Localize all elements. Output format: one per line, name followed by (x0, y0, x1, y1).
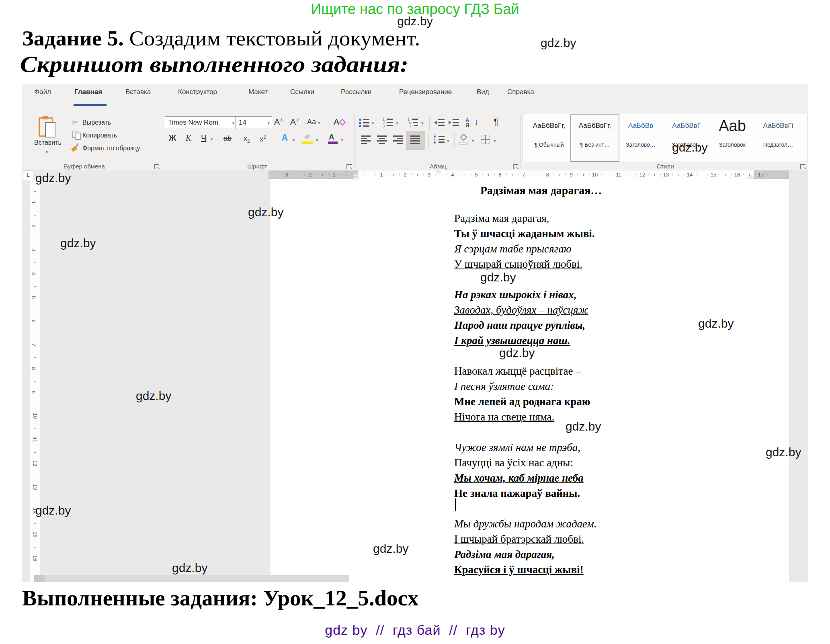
font-color-button[interactable]: А (329, 133, 334, 142)
decrease-indent-icon[interactable] (434, 119, 445, 127)
tab-файл[interactable]: Файл (34, 88, 51, 96)
text-cursor (455, 498, 456, 511)
ruler-tick-icon (488, 174, 489, 176)
format-painter-button[interactable]: Формат по образцу (82, 145, 140, 152)
underline-dropdown-chevron-icon[interactable]: ▾ (211, 137, 213, 142)
style-item[interactable]: АаБбВвГг,¶ Без инт… (572, 117, 617, 148)
change-case-button[interactable]: Аа ▾ (307, 118, 320, 126)
vertical-ruler-number: 15 (32, 531, 38, 537)
shading-chevron-icon[interactable]: ▾ (472, 138, 474, 144)
horizontal-scrollbar[interactable] (34, 575, 349, 582)
watermark-gdzby: gdz.by (766, 445, 801, 459)
borders-chevron-icon[interactable]: ▾ (494, 138, 496, 144)
chevron-down-icon: ▾ (267, 117, 270, 129)
shrink-font-button[interactable]: А∨ (290, 117, 299, 127)
font-dialog-launcher[interactable]: ↘ (346, 164, 352, 169)
font-size-combo[interactable]: 14 ▾ (236, 116, 272, 129)
style-item[interactable]: АаБбВвГг,¶ Обычный (527, 117, 572, 148)
bullet-list-icon[interactable] (359, 118, 370, 127)
multilevel-list-chevron-icon[interactable]: ▾ (421, 121, 424, 126)
copy-button[interactable]: Копировать (82, 132, 117, 139)
italic-button[interactable]: К (186, 133, 191, 143)
font-family-value: Times New Rom (168, 119, 218, 126)
text-highlight-button[interactable] (304, 134, 314, 145)
poem-line: Заводах, будоўлях – наўсцяж (454, 304, 588, 316)
tab-макет[interactable]: Макет (248, 88, 268, 96)
align-center-icon[interactable] (377, 135, 387, 144)
clipboard-dialog-launcher[interactable]: ↘ (154, 164, 159, 169)
tab-вставка[interactable]: Вставка (125, 88, 151, 96)
style-item[interactable]: АаБбВвЗаголово… (618, 117, 663, 148)
tab-рассылки[interactable]: Рассылки (341, 88, 371, 96)
text-effects-chevron-icon[interactable]: ▾ (293, 137, 295, 143)
underline-button[interactable]: Ч (201, 133, 206, 143)
superscript-button[interactable]: x2 (260, 134, 266, 144)
numbered-list-chevron-icon[interactable]: ▾ (396, 121, 398, 126)
align-left-icon[interactable] (361, 135, 371, 144)
subscript-button[interactable]: x2 (244, 134, 250, 144)
tab-selector[interactable]: L (23, 170, 33, 180)
ruler-tick-icon (346, 174, 346, 176)
ruler-dot-icon (387, 174, 388, 175)
chevron-down-icon: ▾ (232, 117, 234, 129)
tab-вид[interactable]: Вид (477, 88, 489, 96)
ruler-dot-icon (494, 174, 495, 175)
align-right-icon[interactable] (393, 135, 403, 144)
font-family-combo[interactable]: Times New Rom ▾ (165, 116, 237, 129)
shading-icon[interactable] (458, 134, 469, 145)
ruler-tick-icon (441, 174, 441, 176)
clear-formatting-button[interactable]: А (334, 117, 345, 127)
watermark-gdzby: gdz.by (136, 389, 171, 403)
tab-рецензирование[interactable]: Рецензирование (399, 88, 452, 96)
left-indent-marker[interactable] (353, 177, 358, 179)
tab-справка[interactable]: Справка (507, 88, 534, 96)
line-spacing-icon[interactable] (433, 135, 445, 144)
watermark-gdzby: gdz.by (35, 504, 71, 517)
bullet-list-chevron-icon[interactable]: ▾ (372, 121, 374, 126)
eraser-icon (339, 119, 346, 126)
paragraph-dialog-launcher[interactable]: ↘ (513, 164, 518, 169)
styles-group-label: Стили (633, 163, 697, 170)
watermark-gdzby: gdz.by (60, 236, 96, 250)
task-number: Задание 5. (22, 27, 124, 50)
ruler-dot-icon (613, 174, 613, 175)
watermark-gdzby: gdz.by (248, 205, 283, 219)
ruler-tick-icon (393, 174, 394, 176)
style-item[interactable]: AabЗаголовок (710, 117, 755, 148)
highlight-chevron-icon[interactable]: ▾ (316, 137, 318, 143)
ruler-number: 3 (285, 172, 288, 178)
styles-dialog-launcher[interactable]: ↘ (800, 164, 805, 169)
text-effects-button[interactable]: А (281, 133, 288, 144)
tab-конструктор[interactable]: Конструктор (178, 88, 217, 96)
show-marks-button[interactable]: ¶ (494, 117, 498, 127)
cut-button[interactable]: Вырезать (82, 119, 111, 126)
sort-icon[interactable]: АЯ (465, 117, 469, 128)
ruler-number: 7 (522, 172, 525, 178)
ruler-number: 2 (404, 172, 406, 178)
paste-dropdown-chevron-icon[interactable]: ▾ (46, 150, 48, 155)
ruler-dot-icon (648, 174, 649, 175)
grow-font-button[interactable]: А∧ (274, 117, 283, 127)
borders-icon[interactable] (481, 135, 490, 144)
style-name: Заголовок (710, 142, 755, 148)
bold-button[interactable]: Ж (169, 133, 176, 143)
ruler-dot-icon (565, 174, 566, 175)
ruler-dot-icon (601, 174, 602, 175)
multilevel-list-icon[interactable]: 1аi (408, 117, 419, 127)
tab-главная[interactable]: Главная (74, 88, 102, 96)
group-separator (161, 115, 161, 168)
paste-button[interactable]: Вставить (32, 139, 64, 146)
numbered-list-icon[interactable]: 123 (383, 117, 393, 127)
ruler-dot-icon (435, 174, 436, 175)
increase-indent-icon[interactable] (449, 119, 459, 127)
style-item[interactable]: АаБбВвГіПодзагол… (756, 117, 801, 148)
tab-ссылки[interactable]: Ссылки (290, 88, 314, 96)
strikethrough-button[interactable]: ab (223, 134, 232, 143)
poem-line: Народ наш працуе руплівы, (454, 319, 585, 332)
vertical-ruler-number: 12 (32, 460, 38, 466)
font-color-chevron-icon[interactable]: ▾ (341, 137, 343, 143)
ruler-dot-icon (340, 174, 341, 175)
scrollbar-box[interactable] (34, 575, 45, 582)
watermark-gdzby: gdz.by (0, 14, 830, 28)
line-spacing-chevron-icon[interactable]: ▾ (447, 138, 449, 144)
